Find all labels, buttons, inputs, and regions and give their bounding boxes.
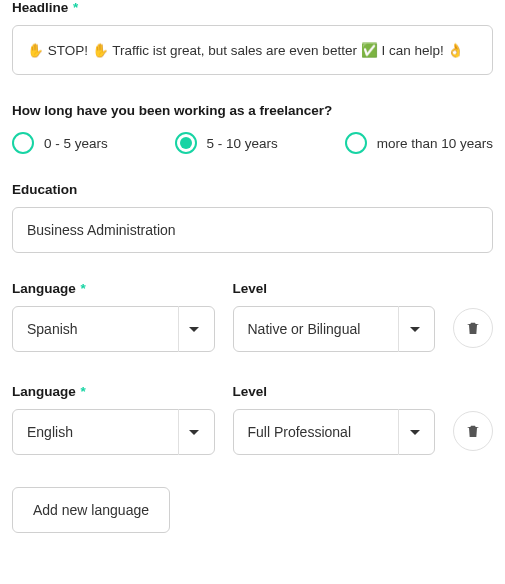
language-select-wrap: English xyxy=(12,409,215,455)
level-column: Level Full Professional xyxy=(233,384,436,455)
language-label: Language * xyxy=(12,281,215,296)
education-field: Education Business Administration xyxy=(12,182,493,253)
language-row: Language * English Level Full Profession… xyxy=(12,384,493,455)
level-column: Level Native or Bilingual xyxy=(233,281,436,352)
required-asterisk: * xyxy=(73,0,78,15)
delete-language-button[interactable] xyxy=(453,308,493,348)
radio-label: 0 - 5 years xyxy=(44,136,108,151)
freelancer-duration-radio-group: 0 - 5 years 5 - 10 years more than 10 ye… xyxy=(12,132,493,154)
language-select[interactable]: English xyxy=(12,409,215,455)
language-label: Language * xyxy=(12,384,215,399)
radio-label: 5 - 10 years xyxy=(207,136,278,151)
language-column: Language * Spanish xyxy=(12,281,215,352)
radio-circle-icon xyxy=(175,132,197,154)
radio-label: more than 10 years xyxy=(377,136,493,151)
education-input[interactable]: Business Administration xyxy=(12,207,493,253)
required-asterisk: * xyxy=(81,281,86,296)
level-select-wrap: Native or Bilingual xyxy=(233,306,436,352)
radio-option-5-10[interactable]: 5 - 10 years xyxy=(175,132,278,154)
freelancer-duration-field: How long have you been working as a free… xyxy=(12,103,493,154)
level-select[interactable]: Native or Bilingual xyxy=(233,306,436,352)
level-label: Level xyxy=(233,281,436,296)
headline-input[interactable]: ✋ STOP! ✋ Traffic ist great, but sales a… xyxy=(12,25,493,75)
language-label-text: Language xyxy=(12,384,76,399)
trash-icon xyxy=(465,423,481,439)
trash-icon xyxy=(465,320,481,336)
headline-label: Headline * xyxy=(12,0,493,15)
required-asterisk: * xyxy=(81,384,86,399)
radio-option-10-plus[interactable]: more than 10 years xyxy=(345,132,493,154)
language-label-text: Language xyxy=(12,281,76,296)
language-select[interactable]: Spanish xyxy=(12,306,215,352)
level-select[interactable]: Full Professional xyxy=(233,409,436,455)
freelancer-duration-label: How long have you been working as a free… xyxy=(12,103,493,118)
headline-field: Headline * ✋ STOP! ✋ Traffic ist great, … xyxy=(12,0,493,75)
language-select-wrap: Spanish xyxy=(12,306,215,352)
education-label: Education xyxy=(12,182,493,197)
level-select-wrap: Full Professional xyxy=(233,409,436,455)
radio-circle-icon xyxy=(12,132,34,154)
delete-language-button[interactable] xyxy=(453,411,493,451)
radio-circle-icon xyxy=(345,132,367,154)
language-row: Language * Spanish Level Native or Bilin… xyxy=(12,281,493,352)
language-column: Language * English xyxy=(12,384,215,455)
add-language-button[interactable]: Add new language xyxy=(12,487,170,533)
radio-option-0-5[interactable]: 0 - 5 years xyxy=(12,132,108,154)
headline-label-text: Headline xyxy=(12,0,68,15)
level-label: Level xyxy=(233,384,436,399)
